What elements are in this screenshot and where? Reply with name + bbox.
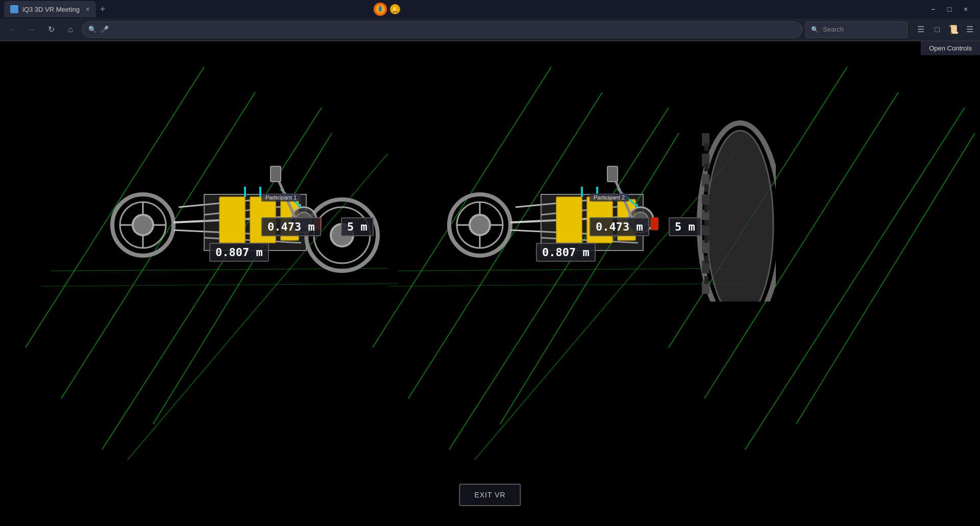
tab-bar: iQ3 3D VR Meeting × + 🔔 − □ ×	[0, 0, 980, 18]
svg-rect-73	[704, 256, 708, 263]
minimize-button[interactable]: −	[927, 3, 939, 15]
address-search-icon: 🔍	[88, 26, 96, 33]
tab-close-button[interactable]: ×	[86, 5, 90, 13]
participant-label-right: Participant 2	[590, 193, 629, 202]
svg-line-18	[745, 108, 965, 449]
svg-point-51	[470, 215, 490, 235]
measurement-807-right: 0.807 m	[536, 243, 596, 262]
new-tab-button[interactable]: +	[96, 4, 110, 15]
address-bar[interactable]: 🔍 🎤	[82, 21, 802, 38]
tab-favicon	[10, 5, 18, 13]
notification-bell: 🔔	[390, 4, 400, 14]
pocket-icon[interactable]: 📜	[947, 24, 960, 34]
measurement-473-left: 0.473 m	[261, 217, 321, 236]
svg-rect-68	[704, 164, 708, 171]
firefox-icon	[373, 2, 388, 17]
svg-rect-67	[704, 143, 708, 151]
vr-content: Open Controls	[0, 41, 980, 526]
svg-point-23	[133, 215, 153, 235]
menu-icon[interactable]: ☰	[964, 24, 976, 34]
search-box[interactable]: 🔍 Search	[805, 21, 908, 38]
active-tab[interactable]: iQ3 3D VR Meeting ×	[4, 1, 96, 17]
svg-rect-69	[704, 184, 708, 192]
svg-rect-37	[219, 197, 245, 243]
right-car-model	[439, 108, 776, 302]
svg-rect-72	[704, 235, 708, 243]
close-button[interactable]: ×	[960, 3, 972, 15]
svg-line-20	[796, 133, 975, 424]
bookmarks-icon[interactable]: ☰	[915, 24, 927, 34]
open-controls-button[interactable]: Open Controls	[921, 41, 980, 55]
svg-rect-74	[704, 276, 708, 284]
nav-bar: ← → ↻ ⌂ 🔍 🎤 🔍 Search ☰ □ 📜 ☰	[0, 18, 980, 41]
left-car-model	[102, 108, 398, 302]
svg-point-57	[707, 131, 773, 302]
search-icon: 🔍	[811, 26, 819, 33]
forward-button[interactable]: →	[23, 21, 40, 38]
measurement-5m-left: 5 m	[341, 217, 374, 236]
svg-rect-71	[704, 220, 708, 226]
svg-rect-92	[607, 166, 618, 182]
measurement-807-left: 0.807 m	[209, 243, 269, 262]
browser-center-icons: 🔔	[373, 2, 400, 17]
maximize-button[interactable]: □	[943, 3, 955, 15]
exit-vr-button[interactable]: EXIT VR	[459, 484, 521, 506]
svg-rect-70	[704, 205, 708, 212]
measurement-5m-right: 5 m	[669, 217, 701, 236]
measurement-473-right: 0.473 m	[590, 217, 649, 236]
browser-chrome: iQ3 3D VR Meeting × + 🔔 − □ × ← → ↻ ⌂ 🔍	[0, 0, 980, 41]
svg-rect-61	[702, 194, 709, 205]
search-input[interactable]: Search	[823, 26, 844, 33]
svg-rect-89	[651, 217, 658, 230]
microphone-icon: 🎤	[101, 26, 109, 33]
toolbar-icons: ☰ □ 📜 ☰	[911, 24, 976, 34]
svg-rect-81	[556, 197, 582, 243]
home-button[interactable]: ⌂	[62, 21, 79, 38]
reading-mode-icon[interactable]: □	[931, 25, 943, 34]
svg-rect-63	[702, 225, 709, 235]
back-button[interactable]: ←	[4, 21, 20, 38]
participant-label-left: Participant 1	[261, 193, 301, 202]
tab-title: iQ3 3D VR Meeting	[22, 6, 80, 13]
refresh-button[interactable]: ↻	[43, 21, 59, 38]
svg-rect-48	[271, 166, 281, 182]
window-controls: − □ ×	[927, 3, 976, 15]
